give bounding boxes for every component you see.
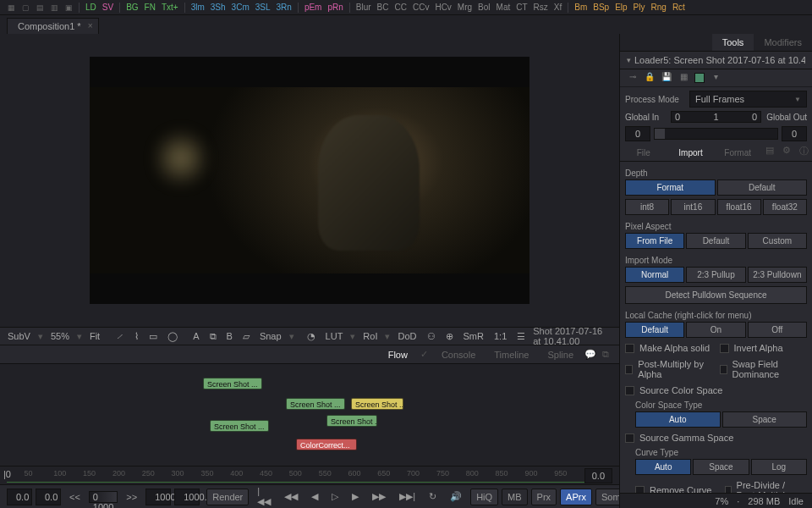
- detect-pulldown-button[interactable]: Detect Pulldown Sequence: [625, 286, 807, 304]
- tool-BSp[interactable]: BSp: [591, 3, 611, 12]
- check-make-alpha[interactable]: Make Alpha solid: [625, 341, 713, 355]
- tab-spline[interactable]: Spline: [539, 347, 582, 362]
- tool-3lm[interactable]: 3lm: [189, 3, 206, 12]
- process-mode-select[interactable]: Full Frames▼: [689, 91, 807, 108]
- loader-node-selected[interactable]: Screen Shot ...: [351, 398, 403, 410]
- collapse-icon[interactable]: ▾: [627, 56, 631, 64]
- check-source-gamma-space[interactable]: Source Gamma Space: [625, 431, 807, 444]
- tool-3SL[interactable]: 3SL: [254, 3, 272, 12]
- fit-button[interactable]: Fit: [87, 331, 102, 341]
- close-icon[interactable]: ×: [88, 21, 93, 30]
- global-track[interactable]: [654, 128, 778, 140]
- rect-icon[interactable]: ▭: [146, 331, 160, 342]
- tool-3Cm[interactable]: 3Cm: [230, 3, 251, 12]
- tool-Bm[interactable]: Bm: [573, 3, 589, 12]
- stop-icon[interactable]: ▷: [326, 489, 343, 505]
- loop-icon[interactable]: ↻: [424, 489, 442, 505]
- hiq-toggle[interactable]: HiQ: [470, 489, 498, 505]
- tool-FN[interactable]: FN: [143, 3, 157, 12]
- tab-console[interactable]: Console: [433, 347, 484, 362]
- subtab-import[interactable]: Import: [667, 145, 715, 161]
- checkmark-icon[interactable]: ✓: [418, 349, 431, 360]
- lock-icon[interactable]: ⚇: [425, 331, 438, 342]
- a-channel-button[interactable]: A: [190, 331, 201, 341]
- aspect-fromfile[interactable]: From File: [625, 233, 684, 249]
- import-normal[interactable]: Normal: [625, 267, 684, 283]
- tool-HCv[interactable]: HCv: [433, 3, 453, 12]
- tool-pRn[interactable]: pRn: [326, 3, 344, 12]
- tool-CC[interactable]: CC: [393, 3, 409, 12]
- rewind-button[interactable]: <<: [64, 489, 85, 505]
- gear-icon[interactable]: ⚙: [778, 145, 795, 161]
- check-invert-alpha[interactable]: Invert Alpha: [720, 341, 808, 355]
- reload-icon[interactable]: ▦: [678, 72, 689, 84]
- step-fwd-icon[interactable]: ▶▶: [367, 489, 391, 505]
- aspect-default[interactable]: Default: [686, 233, 745, 249]
- tool-Xf[interactable]: Xf: [552, 3, 563, 12]
- tool-BC[interactable]: BC: [376, 3, 391, 12]
- check-source-color-space[interactable]: Source Color Space: [625, 384, 807, 397]
- shelf-icon[interactable]: ▦: [5, 2, 17, 14]
- cache-on[interactable]: On: [686, 322, 745, 338]
- import-pullup[interactable]: 2:3 Pullup: [686, 267, 745, 283]
- curve-auto[interactable]: Auto: [635, 459, 691, 475]
- pin-icon[interactable]: ⊸: [627, 72, 639, 84]
- import-pulldown[interactable]: 2:3 Pulldown: [748, 267, 807, 283]
- aprx-toggle[interactable]: APrx: [560, 489, 592, 505]
- tool-Blur[interactable]: Blur: [354, 3, 373, 12]
- ab-button[interactable]: ⧉: [207, 331, 219, 342]
- timeline-end[interactable]: 0.0: [584, 468, 612, 483]
- check-swap-field[interactable]: Swap Field Dominance: [720, 357, 808, 381]
- ratio-button[interactable]: 1:1: [491, 331, 509, 341]
- current-frame[interactable]: 0.0: [36, 489, 61, 505]
- colorspace-auto[interactable]: Auto: [635, 411, 721, 428]
- step-back-icon[interactable]: ◀◀: [279, 489, 303, 505]
- tool-Ply[interactable]: Ply: [632, 3, 647, 12]
- loader-node[interactable]: Screen Shot ...: [210, 420, 269, 432]
- forward-button[interactable]: >>: [121, 489, 142, 505]
- shelf-icon[interactable]: ▣: [63, 2, 74, 14]
- global-slider[interactable]: 010: [671, 111, 761, 123]
- depth-float32[interactable]: float32: [763, 199, 807, 215]
- loader-node[interactable]: Screen Shot ...: [326, 415, 377, 427]
- tool-CT[interactable]: CT: [514, 3, 529, 12]
- time-slider[interactable]: 0 1000: [89, 491, 118, 503]
- zoom-level[interactable]: 55%: [48, 331, 72, 341]
- subtab-file[interactable]: File: [620, 145, 667, 161]
- shelf-icon[interactable]: ▤: [34, 2, 46, 14]
- curve-space[interactable]: Space: [693, 459, 749, 475]
- range-end[interactable]: 1000.0: [174, 489, 200, 505]
- check-remove-curve[interactable]: Remove Curve: [635, 478, 718, 493]
- roi-toggle[interactable]: RoI: [360, 331, 380, 341]
- tool-BG[interactable]: BG: [124, 3, 140, 12]
- aspect-custom[interactable]: Custom: [748, 233, 807, 249]
- shelf-icon[interactable]: ▥: [48, 2, 60, 14]
- cache-default[interactable]: Default: [625, 322, 684, 338]
- script-icon[interactable]: ▤: [761, 145, 778, 161]
- cache-off[interactable]: Off: [748, 322, 807, 338]
- tool-LD[interactable]: LD: [84, 3, 98, 12]
- snap-toggle[interactable]: Snap: [257, 331, 284, 341]
- tool-Txt[interactable]: Txt+: [160, 3, 180, 12]
- tool-SV[interactable]: SV: [101, 3, 115, 12]
- play-back-icon[interactable]: ◀: [306, 489, 323, 505]
- info-icon[interactable]: ⓘ: [795, 145, 812, 161]
- tab-tools[interactable]: Tools: [712, 34, 754, 51]
- smr-toggle[interactable]: SmR: [461, 331, 486, 341]
- tool-Mrg[interactable]: Mrg: [456, 3, 474, 12]
- subview-menu[interactable]: SubV: [5, 331, 33, 341]
- curve-log[interactable]: Log: [751, 459, 807, 475]
- tab-timeline[interactable]: Timeline: [486, 347, 537, 362]
- range-start[interactable]: 0.0: [7, 489, 32, 505]
- tool-Rng[interactable]: Rng: [650, 3, 668, 12]
- mask-icon[interactable]: ◔: [304, 331, 318, 342]
- save-icon[interactable]: 💾: [661, 72, 672, 84]
- tile-color[interactable]: [694, 73, 705, 83]
- inspector-header[interactable]: ▾ Loader5: Screen Shot 2017-07-16 at 10.…: [620, 52, 812, 69]
- bspline-icon[interactable]: ⌇: [132, 331, 141, 342]
- colorspace-space[interactable]: Space: [722, 411, 808, 428]
- comment-icon[interactable]: 💬: [584, 349, 597, 360]
- lut-toggle[interactable]: LUT: [323, 331, 346, 341]
- tool-Mat[interactable]: Mat: [495, 3, 513, 12]
- link-icon[interactable]: ⧉: [599, 349, 612, 360]
